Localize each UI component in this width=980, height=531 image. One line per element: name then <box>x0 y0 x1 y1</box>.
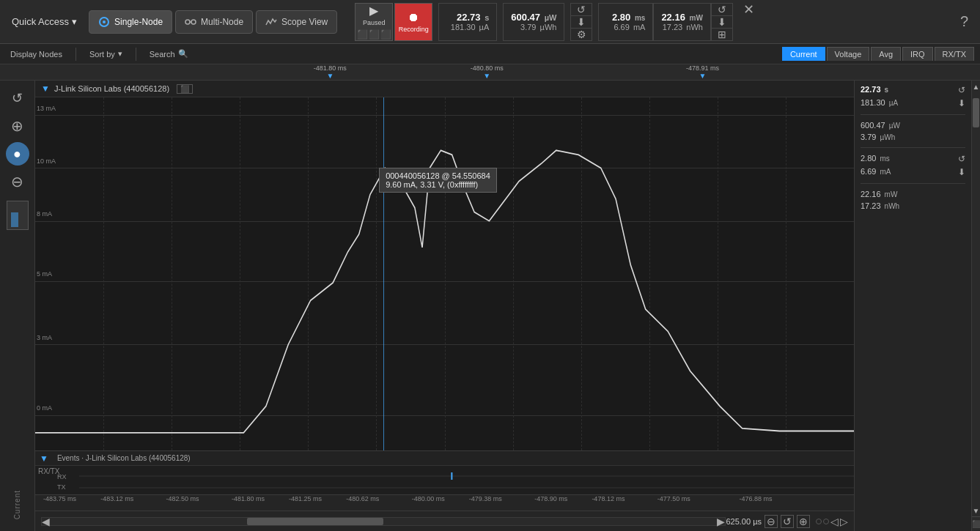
step-forward-button[interactable]: ▷ <box>840 516 848 527</box>
mw-value2: 17.23 nWh <box>663 23 703 31</box>
reset-button[interactable]: ↺ <box>571 4 592 16</box>
right-divider-2 <box>861 147 965 148</box>
timeline-bar: -481.80 ms ▼ -480.80 ms ▼ -478.91 ms ▼ <box>0 64 980 81</box>
zoom-plus-button[interactable]: ⊕ <box>797 515 810 528</box>
record-button[interactable]: ⏺ Recording <box>394 3 432 41</box>
tx-label: TX <box>57 483 66 491</box>
events-label: Events · J-Link Silicon Labs (440056128) <box>54 453 194 464</box>
tab-avg[interactable]: Avg <box>871 47 901 61</box>
h-scrollbar[interactable]: ◀ ▶ <box>41 517 726 526</box>
right-reset-button[interactable]: ↺ <box>958 85 965 95</box>
power-value: 600.47 µW <box>511 12 556 23</box>
left-sidebar: ↺ ⊕ ● ⊖ Current <box>0 81 35 531</box>
right-reset-button-2[interactable]: ↺ <box>958 154 965 164</box>
svg-point-3 <box>191 20 196 24</box>
help-button[interactable]: ? <box>954 13 974 30</box>
svg-rect-5 <box>11 212 18 227</box>
current-avg-value: 181.30 µA <box>451 23 489 31</box>
display-nodes-button[interactable]: Display Nodes <box>6 48 67 60</box>
marker-arrow-2: ▼ <box>483 72 490 80</box>
waveform-svg <box>35 97 854 450</box>
right-mw-row: 22.16 mW <box>861 190 965 198</box>
zoom-out-button[interactable]: ⊖ <box>6 170 29 193</box>
right-mw-val: 22.16 mW <box>861 190 897 198</box>
settings-button[interactable]: ⚙ <box>571 29 592 40</box>
marker-arrow-1: ▼ <box>326 72 334 80</box>
multi-node-button[interactable]: Multi-Node <box>175 10 253 34</box>
y-axis-label: Current <box>13 490 21 519</box>
vscrollbar[interactable]: ▲ ▼ ⬛ <box>971 81 980 531</box>
right-ma-row: 6.69 mA ⬇ <box>861 167 965 177</box>
close-button[interactable]: ✕ <box>739 1 759 18</box>
tab-voltage[interactable]: Voltage <box>827 47 870 61</box>
right-energy-row: 3.79 µWh <box>861 133 965 141</box>
single-node-icon <box>98 16 110 28</box>
undo-button[interactable]: ↺ <box>6 86 29 110</box>
download-button-2[interactable]: ⬇ <box>712 16 732 29</box>
node-expand-button[interactable]: ⬛ <box>177 84 193 94</box>
ticon3: ⬛ <box>380 29 391 40</box>
cursor-button[interactable]: ● <box>6 142 29 166</box>
ctrl-buttons-2: ↺ ⬇ ⊞ <box>711 3 733 41</box>
dot-1 <box>816 519 822 524</box>
single-node-button[interactable]: Single-Node <box>89 10 172 34</box>
toolbar: Display Nodes Sort by ▾ Search 🔍 Current… <box>0 44 980 64</box>
cursor-line <box>383 97 384 450</box>
right-panel: 22.73 s ↺ 181.30 µA ⬇ 600.47 µW <box>854 81 971 531</box>
tab-rxtx[interactable]: RX/TX <box>935 47 974 61</box>
rx-label: RX <box>57 473 67 480</box>
reset-button-2[interactable]: ↺ <box>712 4 732 16</box>
scroll-left-button[interactable]: ◀ <box>42 516 50 527</box>
scroll-right-button[interactable]: ▶ <box>717 516 725 527</box>
download-button[interactable]: ⬇ <box>571 16 592 29</box>
scope-view-button[interactable]: Scope View <box>256 10 337 34</box>
tab-current[interactable]: Current <box>782 47 825 61</box>
svg-rect-6 <box>35 97 854 450</box>
dot-2 <box>823 519 829 524</box>
scope-view-icon <box>265 16 277 28</box>
right-stats: 22.73 s ↺ 181.30 µA ⬇ 600.47 µW <box>855 81 971 215</box>
tick-4: -481.80 ms <box>232 495 265 502</box>
ctrl-buttons: ↺ ⬇ ⚙ <box>570 3 592 41</box>
right-download-button[interactable]: ⬇ <box>958 98 965 108</box>
time-value: 22.73 s <box>457 12 489 23</box>
vscroll-thumb[interactable] <box>973 98 979 127</box>
vscroll-down-button[interactable]: ▼ <box>972 505 980 516</box>
rxtx-container: RX/TX RX TX <box>35 466 854 492</box>
tick-11: -477.50 ms <box>657 495 690 502</box>
right-nwh-val: 17.23 nWh <box>861 201 899 210</box>
mw-value1: 22.16 mW <box>661 12 703 23</box>
h-scroll-thumb[interactable] <box>247 518 383 525</box>
search-button[interactable]: Search 🔍 <box>145 48 193 60</box>
sort-chevron-icon: ▾ <box>118 49 122 59</box>
chart-canvas[interactable]: 13 mA 10 mA 8 mA 5 mA 3 mA 0 mA <box>35 97 854 450</box>
marker-arrow-3: ▼ <box>699 72 706 80</box>
expand-icon: ⬛ <box>972 520 981 528</box>
zoom-in-button[interactable]: ⊕ <box>6 114 29 138</box>
power-stat-block: 600.47 µW 3.79 µWh <box>503 3 564 41</box>
right-ms-val1: 2.80 ms <box>861 154 890 164</box>
grid-button[interactable]: ⊞ <box>712 29 732 40</box>
sort-by-button[interactable]: Sort by ▾ <box>85 48 127 60</box>
tick-3: -482.50 ms <box>166 495 199 502</box>
tab-irq[interactable]: IRQ <box>902 47 933 61</box>
tick-7: -480.00 ms <box>412 495 445 502</box>
minimap <box>7 201 29 230</box>
tick-6: -480.62 ms <box>346 495 379 502</box>
quick-access-button[interactable]: Quick Access ▾ <box>6 13 83 30</box>
zoom-in-button-status[interactable]: ↺ <box>781 515 794 528</box>
tick-1: -483.75 ms <box>43 495 76 502</box>
play-pause-button[interactable]: ▶ Paused ⬛ ⬛ ⬛ <box>355 3 393 41</box>
main-content: ↺ ⊕ ● ⊖ Current ▼ J-Link Silicon Labs (4… <box>0 81 980 531</box>
play-icon: ▶ <box>369 4 378 18</box>
events-arrow-icon: ▼ <box>40 453 48 464</box>
zoom-minus-button[interactable]: ⊖ <box>765 515 778 528</box>
right-power-row: 600.47 µW <box>861 121 965 130</box>
right-divider-3 <box>861 183 965 184</box>
vscroll-up-button[interactable]: ▲ <box>972 81 980 92</box>
right-download-button-2[interactable]: ⬇ <box>958 167 965 177</box>
second-stats: 2.80 ms 6.69 mA 22.16 mW 17.23 nWh ↺ ⬇ ⊞ <box>598 3 733 41</box>
top-bar: Quick Access ▾ Single-Node Multi-Node Sc… <box>0 0 980 44</box>
chart-events-container: ▼ J-Link Silicon Labs (440056128) ⬛ 13 m… <box>35 81 854 531</box>
step-back-button[interactable]: ◁ <box>830 516 839 527</box>
